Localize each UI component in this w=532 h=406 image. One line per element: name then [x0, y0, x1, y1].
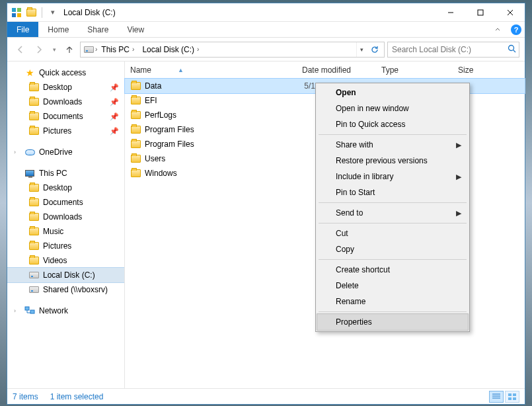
- chevron-right-icon[interactable]: ›: [14, 307, 20, 314]
- back-button[interactable]: [13, 42, 28, 58]
- sidebar-item-downloads[interactable]: Downloads: [7, 210, 124, 224]
- breadcrumb-localdisk[interactable]: Local Disk (C:)›: [138, 45, 203, 54]
- ribbon-tabs: File Home Share View ?: [7, 22, 525, 38]
- navigation-pane[interactable]: ★ Quick access Desktop📌Downloads📌Documen…: [7, 61, 125, 388]
- sort-asc-icon: ▲: [178, 67, 184, 73]
- sidebar-item-downloads[interactable]: Downloads📌: [7, 95, 124, 109]
- svg-rect-19: [508, 397, 512, 400]
- sidebar-item-documents[interactable]: Documents: [7, 195, 124, 210]
- thumbnails-view-button[interactable]: [505, 391, 519, 403]
- qat-dropdown-icon[interactable]: ▾: [48, 7, 58, 18]
- pin-icon: 📌: [110, 127, 119, 136]
- column-type[interactable]: Type: [376, 65, 453, 75]
- address-history-dropdown[interactable]: ▾: [356, 42, 367, 57]
- svg-rect-3: [17, 13, 21, 17]
- file-name: Data: [145, 81, 161, 91]
- recent-locations-dropdown[interactable]: ▾: [50, 42, 59, 58]
- context-menu-create-shortcut[interactable]: Create shortcut: [317, 262, 468, 278]
- context-menu: OpenOpen in new windowPin to Quick acces…: [315, 83, 470, 332]
- search-input[interactable]: [391, 44, 508, 55]
- sidebar-item-local-disk-c-[interactable]: Local Disk (C:): [7, 268, 124, 282]
- sidebar-item-label: Desktop: [43, 83, 72, 92]
- context-menu-include-in-library[interactable]: Include in library▶: [317, 169, 468, 184]
- forward-button[interactable]: [31, 42, 47, 58]
- submenu-arrow-icon: ▶: [456, 173, 461, 181]
- context-menu-pin-to-start[interactable]: Pin to Start: [317, 184, 468, 200]
- help-button[interactable]: ?: [508, 22, 525, 37]
- context-menu-label: Open: [336, 88, 356, 97]
- ribbon-collapse-icon[interactable]: [488, 22, 508, 37]
- search-box[interactable]: [387, 42, 519, 58]
- explorer-window: ▾ Local Disk (C:) File Home Share View ?: [7, 3, 525, 405]
- context-menu-restore-previous-versions[interactable]: Restore previous versions: [317, 153, 468, 169]
- folder-icon: [26, 7, 36, 18]
- folder-icon: [28, 226, 39, 237]
- sidebar-item-desktop[interactable]: Desktop: [7, 181, 124, 195]
- quick-access-toolbar: ▾: [7, 5, 58, 20]
- sidebar-item-music[interactable]: Music: [7, 224, 124, 239]
- context-menu-pin-to-quick-access[interactable]: Pin to Quick access: [317, 116, 468, 132]
- sidebar-onedrive[interactable]: › OneDrive: [7, 145, 124, 159]
- sidebar-label: This PC: [39, 169, 67, 178]
- folder-icon: [28, 82, 39, 93]
- context-menu-label: Send to: [336, 208, 363, 218]
- sidebar-item-documents[interactable]: Documents📌: [7, 109, 124, 124]
- sidebar-label: Network: [39, 306, 68, 315]
- context-menu-label: Rename: [336, 297, 365, 306]
- file-tab[interactable]: File: [7, 22, 38, 37]
- sidebar-item-label: Local Disk (C:): [43, 270, 95, 280]
- sidebar-item-label: Documents: [43, 112, 83, 121]
- sidebar-item-shared-vboxsrv-[interactable]: Shared (\\vboxsrv): [7, 282, 124, 297]
- svg-point-8: [509, 45, 514, 50]
- svg-line-9: [513, 50, 516, 52]
- context-menu-open-in-new-window[interactable]: Open in new window: [317, 101, 468, 116]
- minimize-button[interactable]: [436, 3, 465, 22]
- sidebar-item-desktop[interactable]: Desktop📌: [7, 80, 124, 95]
- close-button[interactable]: [495, 3, 525, 22]
- app-icon: [11, 7, 22, 18]
- sidebar-network[interactable]: › Network: [7, 304, 124, 318]
- sidebar-item-videos[interactable]: Videos: [7, 253, 124, 268]
- drive-icon: [28, 284, 39, 295]
- sidebar-item-label: Videos: [43, 256, 67, 265]
- sidebar-thispc[interactable]: This PC: [7, 166, 124, 181]
- context-menu-open[interactable]: Open: [317, 85, 468, 101]
- tab-home[interactable]: Home: [38, 22, 78, 37]
- breadcrumb-bar[interactable]: › This PC› Local Disk (C:)› ▾: [80, 42, 385, 58]
- search-icon[interactable]: [508, 44, 516, 55]
- sidebar-quick-access[interactable]: ★ Quick access: [7, 65, 124, 80]
- svg-rect-17: [508, 393, 512, 396]
- context-menu-copy[interactable]: Copy: [317, 241, 468, 257]
- folder-icon: [28, 183, 39, 193]
- maximize-button[interactable]: [465, 3, 495, 22]
- sidebar-item-label: Documents: [43, 198, 83, 207]
- tab-share[interactable]: Share: [78, 22, 118, 37]
- up-button[interactable]: [61, 42, 77, 58]
- context-menu-cut[interactable]: Cut: [317, 225, 468, 241]
- context-menu-rename[interactable]: Rename: [317, 294, 468, 309]
- column-name[interactable]: Name ▲: [125, 65, 297, 75]
- svg-rect-1: [17, 8, 21, 12]
- submenu-arrow-icon: ▶: [456, 141, 461, 149]
- folder-icon: [130, 153, 141, 164]
- context-menu-delete[interactable]: Delete: [317, 278, 468, 294]
- breadcrumb-thispc[interactable]: This PC›: [97, 45, 138, 54]
- folder-icon: [130, 95, 141, 106]
- context-menu-properties[interactable]: Properties: [317, 314, 468, 330]
- sidebar-item-pictures[interactable]: Pictures📌: [7, 124, 124, 138]
- folder-icon: [28, 241, 39, 251]
- context-menu-send-to[interactable]: Send to▶: [317, 205, 468, 221]
- folder-icon: [130, 139, 141, 149]
- details-view-button[interactable]: [489, 391, 504, 403]
- folder-icon: [130, 168, 141, 179]
- column-date[interactable]: Date modified: [297, 65, 376, 75]
- context-menu-separator: [319, 202, 467, 203]
- context-menu-label: Properties: [336, 317, 372, 327]
- tab-view[interactable]: View: [118, 22, 153, 37]
- chevron-right-icon[interactable]: ›: [14, 149, 20, 155]
- refresh-button[interactable]: [367, 45, 383, 54]
- column-size[interactable]: Size: [453, 65, 525, 75]
- sidebar-item-pictures[interactable]: Pictures: [7, 239, 124, 253]
- file-rows[interactable]: Data5/14/2015 2:15 AMFile folderEFIAMFil…: [125, 79, 525, 181]
- context-menu-share-with[interactable]: Share with▶: [317, 137, 468, 153]
